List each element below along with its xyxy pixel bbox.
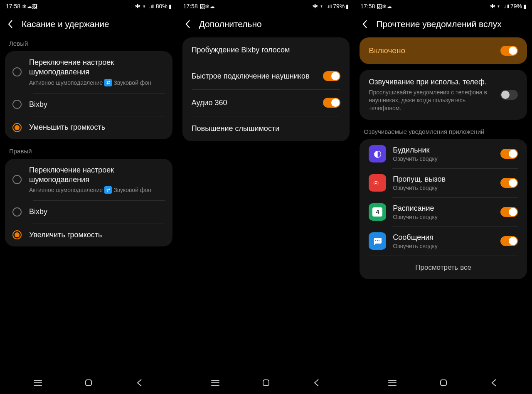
nav-back[interactable]	[489, 378, 499, 389]
title-bar: Касание и удержание	[0, 12, 177, 37]
page-title: Прочтение уведомлений вслух	[376, 19, 501, 29]
nav-back[interactable]	[135, 378, 145, 389]
toggle-speak-while-using[interactable]	[500, 90, 518, 100]
toggle-quick-connect[interactable]	[323, 71, 340, 81]
status-battery: 79%	[510, 3, 522, 10]
radio-noise-cancel-right[interactable]: Переключение настроек шумоподавления Акт…	[5, 159, 172, 201]
app-subtitle: Озвучить сводку	[393, 185, 494, 191]
app-title: Расписание	[393, 204, 494, 213]
toggle-audio-360[interactable]	[323, 98, 340, 108]
swap-icon: ⇄	[104, 79, 112, 86]
nav-recent[interactable]	[33, 378, 43, 389]
row-title: Быстрое подключение наушников	[192, 72, 310, 81]
row-title: Повышение слышимости	[192, 124, 280, 133]
nav-bar	[0, 373, 177, 394]
radio-icon	[12, 230, 22, 239]
status-left-icons: ❄☁🖼	[22, 3, 37, 10]
nav-bar	[355, 373, 532, 394]
nav-recent[interactable]	[210, 378, 220, 389]
nav-back[interactable]	[312, 378, 322, 389]
swap-icon: ⇄	[104, 186, 112, 194]
app-subtitle: Озвучить сводку	[393, 243, 494, 249]
row-audio-360[interactable]: Аудио 360	[182, 89, 350, 116]
battery-icon: ▮	[346, 3, 349, 10]
svg-point-2	[375, 240, 376, 241]
title-bar: Прочтение уведомлений вслух	[355, 12, 532, 37]
app-calendar[interactable]: 4 Расписание Озвучить сводку	[360, 197, 527, 227]
title-bar: Дополнительно	[177, 12, 355, 37]
nav-home[interactable]	[261, 378, 271, 389]
back-button[interactable]	[6, 20, 15, 29]
radio-title: Переключение настроек шумоподавления	[29, 165, 165, 185]
apps-list: ◐ Будильник Озвучить сводку ᯅ Пропущ. вы…	[360, 139, 527, 279]
status-bar: 17:58 🖼❄☁ ✱ ᯤ .ıll 79% ▮	[355, 0, 532, 12]
row-title: Пробуждение Bixby голосом	[192, 46, 290, 54]
app-title: Будильник	[393, 146, 494, 155]
radio-bixby-right[interactable]: Bixby	[5, 200, 172, 223]
view-all-button[interactable]: Просмотреть все	[369, 256, 518, 279]
radio-icon	[12, 207, 22, 217]
radio-volume-up-right[interactable]: Увеличить громкость	[5, 224, 172, 246]
radio-title: Переключение настроек шумоподавления	[29, 58, 165, 77]
status-bar: 17:58 ❄☁🖼 ✱ ᯤ .ıll 80% ▮	[0, 0, 177, 12]
status-time: 17:58	[6, 3, 20, 10]
radio-subtitle: Активное шумоподавление ⇄ Звуковой фон	[29, 79, 165, 86]
setting-speak-while-using[interactable]: Озвучивание при использ. телеф. Прослуши…	[360, 70, 527, 120]
setting-subtitle: Прослушивайте уведомления с телефона в н…	[369, 89, 495, 112]
status-time: 17:58	[183, 3, 198, 10]
status-time: 17:58	[360, 3, 375, 10]
status-battery: 79%	[333, 3, 345, 10]
app-subtitle: Озвучить сводку	[393, 155, 494, 162]
group-label-left: Левый	[0, 37, 177, 51]
radio-subtitle: Активное шумоподавление ⇄ Звуковой фон	[29, 186, 165, 194]
back-button[interactable]	[360, 20, 369, 29]
radio-title: Уменьшить громкость	[29, 123, 165, 132]
app-alarm[interactable]: ◐ Будильник Озвучить сводку	[360, 139, 527, 168]
app-subtitle: Озвучить сводку	[393, 214, 494, 220]
status-right-icons: ✱ ᯤ .ıll	[490, 3, 509, 10]
toggle-messages[interactable]	[500, 236, 518, 246]
row-bixby-wake[interactable]: Пробуждение Bixby голосом	[182, 37, 350, 63]
row-quick-connect[interactable]: Быстрое подключение наушников	[182, 63, 350, 89]
status-bar: 17:58 🖼❄☁ ✱ ᯤ .ıll 79% ▮	[177, 0, 355, 12]
app-title: Сообщения	[393, 233, 494, 242]
missed-call-icon: ᯅ	[369, 174, 386, 192]
screen-touch-hold: 17:58 ❄☁🖼 ✱ ᯤ .ıll 80% ▮ Касание и удерж…	[0, 0, 177, 394]
nav-bar	[177, 373, 355, 394]
page-title: Касание и удержание	[22, 19, 109, 29]
toggle-alarm[interactable]	[500, 149, 518, 159]
master-toggle-label: Включено	[369, 46, 405, 55]
apps-section-label: Озвучиваемые уведомления приложений	[355, 126, 532, 139]
radio-noise-cancel-left[interactable]: Переключение настроек шумоподавления Акт…	[5, 51, 172, 93]
master-toggle-row[interactable]: Включено	[360, 37, 527, 64]
nav-recent[interactable]	[387, 378, 397, 389]
toggle-missed-call[interactable]	[500, 178, 518, 188]
svg-point-4	[379, 240, 379, 241]
master-toggle[interactable]	[500, 46, 518, 56]
toggle-calendar[interactable]	[500, 207, 518, 217]
battery-icon: ▮	[169, 3, 172, 10]
radio-icon	[12, 100, 22, 109]
radio-volume-down-left[interactable]: Уменьшить громкость	[5, 116, 172, 139]
setting-title: Озвучивание при использ. телеф.	[369, 77, 495, 87]
radio-bixby-left[interactable]: Bixby	[5, 93, 172, 116]
status-right-icons: ✱ ᯤ .ıll	[313, 3, 332, 10]
alarm-icon: ◐	[369, 145, 386, 163]
status-left-icons: 🖼❄☁	[377, 3, 392, 10]
radio-title: Увеличить громкость	[29, 230, 165, 240]
messages-icon	[369, 232, 386, 250]
calendar-icon: 4	[369, 203, 386, 221]
radio-icon	[12, 175, 22, 184]
svg-rect-1	[263, 380, 269, 386]
nav-home[interactable]	[84, 378, 94, 389]
group-label-right: Правый	[0, 145, 177, 159]
radio-icon	[12, 67, 22, 76]
app-missed-call[interactable]: ᯅ Пропущ. вызов Озвучить сводку	[360, 168, 527, 197]
nav-home[interactable]	[438, 378, 448, 389]
row-title: Аудио 360	[192, 98, 227, 107]
row-hearing-boost[interactable]: Повышение слышимости	[182, 116, 350, 141]
app-messages[interactable]: Сообщения Озвучить сводку	[360, 227, 527, 256]
radio-title: Bixby	[29, 207, 165, 217]
back-button[interactable]	[183, 20, 192, 29]
status-battery: 80%	[156, 3, 167, 10]
